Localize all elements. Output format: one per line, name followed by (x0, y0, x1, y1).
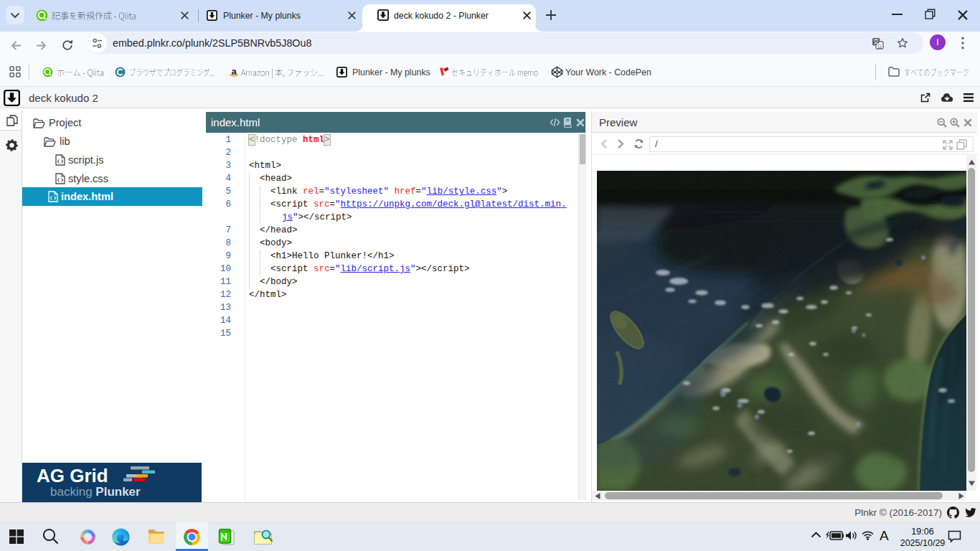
svg-text:G: G (877, 43, 882, 50)
svg-text:a: a (231, 66, 237, 77)
